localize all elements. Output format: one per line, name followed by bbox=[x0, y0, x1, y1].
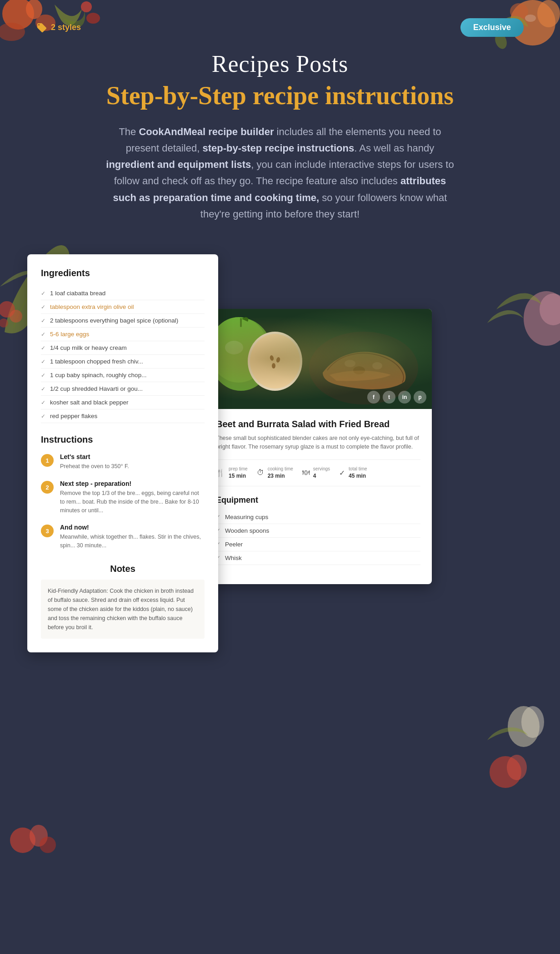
step-title-3: And now! bbox=[60, 524, 205, 531]
step-title-2: Next step - preparation! bbox=[60, 480, 205, 487]
ingredient-list: ✓ 1 loaf ciabatta bread ✓ tablespoon ext… bbox=[41, 287, 205, 423]
step-content-1: Let's start Preheat the oven to 350° F. bbox=[60, 453, 205, 471]
recipe-meta: 🍴 prep time 15 min ⏱ cooking time 23 min… bbox=[216, 459, 420, 486]
right-card: f t in p Beet and Burrata Salad with Fri… bbox=[205, 309, 432, 584]
notes-section: Notes Kid-Friendly Adaptation: Cook the … bbox=[41, 564, 205, 639]
deco-bottom-right bbox=[483, 704, 546, 795]
deco-bottom-left bbox=[9, 818, 64, 863]
cooking-value: 23 min bbox=[268, 473, 285, 479]
list-item: ✓ Whisk bbox=[216, 551, 420, 565]
list-item: ✓ 2 tablespoons everything bagel spice (… bbox=[41, 314, 205, 328]
ingredient-link[interactable]: tablespoon extra virgin olive oil bbox=[50, 303, 134, 310]
cooking-text: cooking time 23 min bbox=[268, 466, 293, 480]
svg-point-20 bbox=[521, 706, 544, 738]
left-card: Ingredients ✓ 1 loaf ciabatta bread ✓ ta… bbox=[27, 254, 218, 652]
top-bar: 2 styles Exclusive bbox=[36, 18, 524, 37]
styles-badge: 2 styles bbox=[36, 22, 81, 33]
list-item: ✓ red pepper flakes bbox=[41, 409, 205, 423]
list-item: ✓ kosher salt and black pepper bbox=[41, 396, 205, 409]
meta-servings: 🍽 servings 4 bbox=[302, 466, 330, 480]
list-item: ✓ 1/4 cup milk or heavy cream bbox=[41, 341, 205, 355]
svg-point-18 bbox=[40, 837, 56, 853]
prep-label: prep time bbox=[229, 466, 248, 471]
step-number-3: 3 bbox=[41, 525, 54, 537]
meta-prep: 🍴 prep time 15 min bbox=[216, 466, 248, 480]
total-value: 45 min bbox=[349, 473, 366, 479]
cooking-label: cooking time bbox=[268, 466, 293, 471]
list-item: ✓ 1 tablespoon chopped fresh chiv... bbox=[41, 355, 205, 368]
total-icon: ✓ bbox=[339, 469, 345, 477]
servings-text: servings 4 bbox=[313, 466, 330, 480]
check-icon: ✓ bbox=[41, 318, 45, 324]
ingredients-title: Ingredients bbox=[41, 268, 205, 278]
step-text-2: Remove the top 1/3 of the bre... eggs, b… bbox=[60, 489, 205, 515]
list-item: ✓ 1 cup baby spinach, roughly chop... bbox=[41, 368, 205, 382]
check-icon: ✓ bbox=[41, 290, 45, 297]
svg-point-17 bbox=[30, 825, 48, 847]
exclusive-badge: Exclusive bbox=[460, 18, 524, 37]
instructions-title: Instructions bbox=[41, 434, 205, 445]
tag-icon bbox=[36, 22, 47, 33]
meta-cooking: ⏱ cooking time 23 min bbox=[257, 466, 293, 480]
step-content-2: Next step - preparation! Remove the top … bbox=[60, 480, 205, 515]
svg-point-22 bbox=[507, 755, 527, 780]
list-item: ✓ 1/2 cup shredded Havarti or gou... bbox=[41, 382, 205, 396]
bold-attrs: attributes such as preparation time and … bbox=[113, 175, 446, 203]
equipment-title: Equipment bbox=[216, 495, 420, 505]
svg-point-21 bbox=[490, 756, 521, 788]
check-icon: ✓ bbox=[41, 304, 45, 310]
servings-icon: 🍽 bbox=[302, 469, 310, 477]
recipe-image: f t in p bbox=[205, 309, 432, 409]
servings-value: 4 bbox=[313, 473, 316, 479]
check-icon: ✓ bbox=[41, 358, 45, 365]
step-text-3: Meanwhile, whisk together th... flakes. … bbox=[60, 533, 205, 550]
page-description: The CookAndMeal recipe builder includes … bbox=[103, 124, 457, 223]
notes-text: Kid-Friendly Adaptation: Cook the chicke… bbox=[41, 580, 205, 639]
notes-title: Notes bbox=[41, 564, 205, 574]
check-icon: ✓ bbox=[41, 399, 45, 406]
list-item: ✓ tablespoon extra virgin olive oil bbox=[41, 300, 205, 314]
step-item-1: 1 Let's start Preheat the oven to 350° F… bbox=[41, 453, 205, 471]
prep-text: prep time 15 min bbox=[229, 466, 248, 480]
pinterest-icon[interactable]: p bbox=[414, 391, 426, 404]
step-title-1: Let's start bbox=[60, 453, 205, 460]
ingredient-link[interactable]: 5-6 large eggs bbox=[50, 331, 89, 338]
list-item: ✓ 5-6 large eggs bbox=[41, 328, 205, 341]
bold-lists: ingredient and equipment lists bbox=[106, 159, 251, 170]
instructions-section: Instructions 1 Let's start Preheat the o… bbox=[41, 434, 205, 550]
twitter-icon[interactable]: t bbox=[383, 391, 395, 404]
check-icon: ✓ bbox=[41, 331, 45, 338]
step-item-2: 2 Next step - preparation! Remove the to… bbox=[41, 480, 205, 515]
styles-label: 2 styles bbox=[51, 23, 81, 32]
step-number-1: 1 bbox=[41, 454, 54, 467]
recipe-title: Beet and Burrata Salad with Fried Bread bbox=[216, 419, 420, 429]
header-section: 2 styles Exclusive Recipes Posts Step-by… bbox=[0, 0, 560, 236]
list-item: ✓ Measuring cups bbox=[216, 510, 420, 524]
check-icon: ✓ bbox=[41, 386, 45, 392]
list-item: ✓ Peeler bbox=[216, 538, 420, 551]
list-item: ✓ Wooden spoons bbox=[216, 524, 420, 538]
page-title: Recipes Posts bbox=[36, 50, 524, 77]
check-icon: ✓ bbox=[41, 345, 45, 351]
recipe-description: These small but sophisticated blender ca… bbox=[216, 434, 420, 451]
bold-brand: CookAndMeal recipe builder bbox=[139, 126, 274, 137]
step-text-1: Preheat the oven to 350° F. bbox=[60, 462, 205, 471]
step-item-3: 3 And now! Meanwhile, whisk together th.… bbox=[41, 524, 205, 550]
total-text: total time 45 min bbox=[349, 466, 367, 480]
facebook-icon[interactable]: f bbox=[367, 391, 380, 404]
check-icon: ✓ bbox=[41, 413, 45, 419]
check-icon: ✓ bbox=[41, 372, 45, 379]
recipe-content: Beet and Burrata Salad with Fried Bread … bbox=[205, 409, 432, 584]
bold-step: step-by-step recipe instructions bbox=[202, 142, 354, 154]
svg-point-19 bbox=[508, 706, 540, 747]
cooking-icon: ⏱ bbox=[257, 469, 264, 477]
svg-point-16 bbox=[10, 828, 35, 853]
equipment-list: ✓ Measuring cups ✓ Wooden spoons ✓ Peele… bbox=[216, 510, 420, 565]
step-number-2: 2 bbox=[41, 481, 54, 494]
social-icons: f t in p bbox=[367, 391, 426, 404]
cards-section: Ingredients ✓ 1 loaf ciabatta bread ✓ ta… bbox=[0, 236, 560, 671]
servings-label: servings bbox=[313, 466, 330, 471]
total-label: total time bbox=[349, 466, 367, 471]
linkedin-icon[interactable]: in bbox=[398, 391, 411, 404]
prep-value: 15 min bbox=[229, 473, 246, 479]
